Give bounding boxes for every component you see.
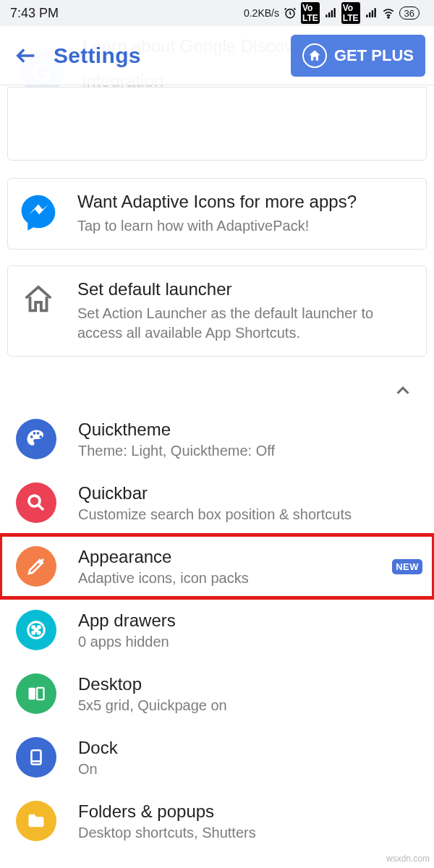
card-title: Want Adaptive Icons for more apps? (77, 192, 357, 212)
get-plus-label: GET PLUS (334, 46, 414, 65)
svg-point-4 (33, 626, 35, 629)
svg-rect-9 (29, 688, 35, 699)
card-subtitle: Set Action Launcher as the default launc… (77, 304, 414, 343)
row-title: Desktop (78, 674, 422, 694)
svg-point-6 (33, 631, 35, 634)
page-title: Settings (54, 43, 291, 68)
row-subtitle: On (78, 761, 422, 778)
row-appearance[interactable]: Appearance Adaptive icons, icon packs NE… (0, 535, 434, 598)
status-bar: 7:43 PM 0.2KB/s VoLTE VoLTE 36 (0, 0, 434, 26)
volte-badge-2: VoLTE (341, 2, 360, 24)
svg-rect-10 (37, 688, 43, 699)
content: Want Adaptive Icons for more apps? Tap t… (0, 87, 434, 843)
battery-indicator: 36 (399, 7, 420, 20)
messenger-icon (18, 192, 59, 232)
svg-point-1 (388, 17, 389, 18)
svg-rect-11 (32, 750, 41, 765)
palette-icon (16, 419, 56, 459)
back-button[interactable] (9, 38, 43, 73)
arrow-left-icon (14, 43, 38, 68)
row-title: Quicktheme (78, 420, 422, 440)
alarm-icon (284, 7, 297, 20)
row-subtitle: Theme: Light, Quicktheme: Off (78, 443, 422, 459)
row-subtitle: Customize search box position & shortcut… (78, 506, 422, 523)
dock-icon (16, 737, 56, 778)
home-icon (18, 279, 59, 320)
design-icon (16, 546, 56, 587)
search-icon (16, 482, 56, 523)
svg-point-7 (38, 631, 40, 634)
row-title: Folders & popups (78, 801, 422, 822)
row-subtitle: Adaptive icons, icon packs (78, 570, 392, 587)
row-subtitle: Desktop shortcuts, Shutters (78, 825, 422, 841)
signal-icon-2 (365, 7, 378, 20)
volte-badge-1: VoLTE (301, 2, 320, 24)
plus-home-icon (302, 43, 327, 68)
row-dock[interactable]: Dock On (0, 726, 434, 789)
row-app-drawers[interactable]: App drawers 0 apps hidden (0, 598, 434, 662)
row-desktop[interactable]: Desktop 5x5 grid, Quickpage on (0, 662, 434, 726)
row-subtitle: 0 apps hidden (78, 634, 422, 650)
wifi-icon (382, 7, 395, 20)
google-icon (18, 106, 59, 147)
folder-icon (16, 801, 56, 841)
card-subtitle: Tap to learn how with AdaptivePack! (77, 216, 357, 236)
panel-icon (16, 673, 56, 714)
signal-icon-1 (324, 7, 337, 20)
row-quickbar[interactable]: Quickbar Customize search box position &… (0, 471, 434, 535)
row-title: App drawers (78, 610, 422, 631)
status-right: 0.2KB/s VoLTE VoLTE 36 (244, 2, 420, 24)
card-title: Set default launcher (77, 279, 414, 299)
status-time: 7:43 PM (10, 6, 59, 21)
row-title: Dock (78, 738, 422, 758)
svg-point-5 (38, 626, 40, 629)
get-plus-button[interactable]: GET PLUS (291, 35, 425, 77)
watermark: wsxdn.com (386, 854, 430, 864)
row-title: Quickbar (78, 483, 422, 503)
chevron-up-icon (392, 380, 414, 401)
row-quicktheme[interactable]: Quicktheme Theme: Light, Quicktheme: Off (0, 407, 434, 471)
row-title: Appearance (78, 547, 392, 567)
row-subtitle: 5x5 grid, Quickpage on (78, 697, 422, 714)
row-folders[interactable]: Folders & popups Desktop shortcuts, Shut… (0, 789, 434, 843)
card-adaptive-pack[interactable]: Want Adaptive Icons for more apps? Tap t… (7, 178, 427, 250)
net-rate: 0.2KB/s (244, 7, 279, 19)
card-default-launcher[interactable]: Set default launcher Set Action Launcher… (7, 265, 427, 357)
section-collapse[interactable] (0, 370, 434, 407)
new-badge: NEW (392, 559, 422, 574)
app-bar: Settings GET PLUS (0, 26, 434, 85)
card-google-discover[interactable] (7, 87, 427, 161)
svg-point-8 (35, 629, 38, 631)
grid-icon (16, 610, 56, 650)
